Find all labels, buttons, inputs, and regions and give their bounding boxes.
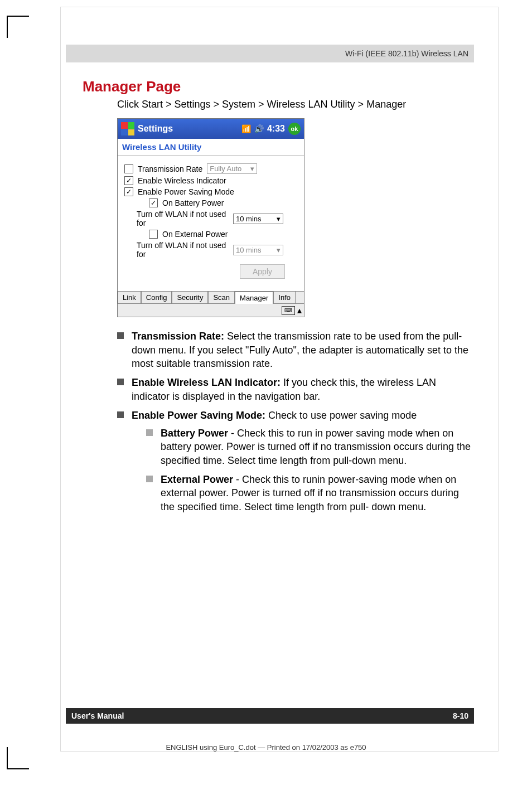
desc-tx-rate-title: Transmission Rate: xyxy=(132,331,224,342)
label-psm: Enable Power Saving Mode xyxy=(138,187,234,196)
keyboard-icon[interactable]: ⌨ xyxy=(282,306,295,315)
antenna-icon[interactable]: 📶 xyxy=(241,124,251,133)
list-item: Transmission Rate: Select the transmissi… xyxy=(117,329,474,370)
taskbar: ⌨ ▴ xyxy=(118,303,304,317)
titlebar: Settings 📶 🔊 4:33 ok xyxy=(118,119,304,139)
list-item: Battery Power - Check this to run in pow… xyxy=(146,427,474,467)
print-note: ENGLISH using Euro_C.dot — Printed on 17… xyxy=(0,743,532,752)
tab-scan[interactable]: Scan xyxy=(208,291,235,303)
page-heading: Manager Page xyxy=(83,78,474,95)
content-area: Manager Page Click Start > Settings > Sy… xyxy=(83,78,474,519)
label-wlan-indicator: Enable Wireless Indicator xyxy=(138,176,226,185)
footer-right: 8-10 xyxy=(453,711,468,720)
screenshot-window: Settings 📶 🔊 4:33 ok Wireless LAN Utilit… xyxy=(117,118,304,317)
ok-button[interactable]: ok xyxy=(288,123,301,135)
desc-external-title: External Power xyxy=(161,474,233,485)
tab-strip: Link Config Security Scan Manager Info xyxy=(118,291,304,303)
label-battery-timeout: Turn off WLAN if not used for xyxy=(137,210,229,227)
section-title: Wi-Fi (IEEE 802.11b) Wireless LAN xyxy=(345,49,468,58)
tab-info[interactable]: Info xyxy=(273,291,296,303)
chevron-down-icon: ▾ xyxy=(250,164,254,173)
titlebar-title: Settings xyxy=(138,124,173,134)
chevron-up-icon[interactable]: ▴ xyxy=(297,305,302,316)
titlebar-time: 4:33 xyxy=(267,124,285,134)
description-list: Transmission Rate: Select the transmissi… xyxy=(117,329,474,513)
chevron-down-icon: ▾ xyxy=(277,246,280,254)
tab-manager[interactable]: Manager xyxy=(235,292,273,304)
checkbox-battery[interactable]: ✓ xyxy=(149,198,158,207)
form-area: Transmission Rate Fully Auto▾ ✓ Enable W… xyxy=(118,156,304,291)
select-battery-timeout[interactable]: 10 mins▾ xyxy=(233,214,283,224)
list-item: External Power - Check this to runin pow… xyxy=(146,473,474,513)
checkbox-psm[interactable]: ✓ xyxy=(124,187,133,196)
checkbox-external[interactable] xyxy=(149,230,158,239)
windows-flag-icon xyxy=(121,122,134,135)
tab-config[interactable]: Config xyxy=(141,291,172,303)
tab-security[interactable]: Security xyxy=(172,291,208,303)
chevron-down-icon: ▾ xyxy=(277,215,280,223)
breadcrumb: Click Start > Settings > System > Wirele… xyxy=(117,99,474,110)
checkbox-tx-rate[interactable] xyxy=(124,164,133,173)
apply-button[interactable]: Apply xyxy=(240,264,285,279)
select-tx-rate[interactable]: Fully Auto▾ xyxy=(207,163,257,174)
crop-mark-top-left xyxy=(7,16,29,38)
speaker-icon[interactable]: 🔊 xyxy=(254,124,264,133)
select-external-timeout[interactable]: 10 mins▾ xyxy=(233,245,283,255)
header-band: Wi-Fi (IEEE 802.11b) Wireless LAN xyxy=(66,45,474,62)
label-tx-rate: Transmission Rate xyxy=(138,164,202,173)
checkbox-wlan-indicator[interactable]: ✓ xyxy=(124,176,133,185)
label-external: On External Power xyxy=(162,230,228,239)
app-title: Wireless LAN Utility xyxy=(118,139,304,156)
desc-psm-title: Enable Power Saving Mode: xyxy=(132,410,265,421)
footer-left: User's Manual xyxy=(71,711,124,720)
footer-band: User's Manual 8-10 xyxy=(66,708,474,724)
desc-battery-title: Battery Power xyxy=(161,428,228,439)
list-item: Enable Wireless LAN Indicator: If you ch… xyxy=(117,376,474,403)
list-item: Enable Power Saving Mode: Check to use p… xyxy=(117,409,474,513)
label-battery: On Battery Power xyxy=(162,198,224,207)
desc-psm-body: Check to use power saving mode xyxy=(265,410,417,421)
label-external-timeout: Turn off WLAN if not used for xyxy=(137,241,229,259)
tab-link[interactable]: Link xyxy=(118,291,141,303)
desc-indicator-title: Enable Wireless LAN Indicator: xyxy=(132,377,280,388)
